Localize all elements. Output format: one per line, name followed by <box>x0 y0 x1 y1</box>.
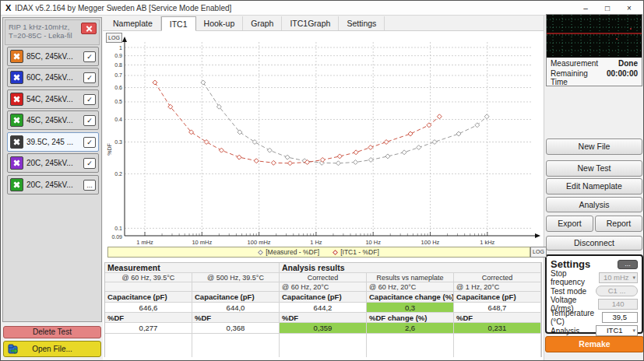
signal-monitor-display <box>547 15 642 58</box>
app-logo-icon: X <box>5 3 11 12</box>
test-color-icon <box>10 50 23 63</box>
analysis-button[interactable]: Analysis <box>546 197 642 212</box>
close-icon[interactable]: × <box>618 4 640 12</box>
cap-change-label: Capacitance change (%) <box>367 292 454 303</box>
temperature-input[interactable]: 39,5 <box>602 312 638 323</box>
empty-cell <box>280 334 367 357</box>
delete-test-button[interactable]: Delete Test <box>3 326 101 338</box>
settings-title: Settings <box>551 258 590 270</box>
new-test-button[interactable]: New Test <box>546 160 642 177</box>
df-value: 0,368 <box>192 323 280 334</box>
meas-condition-2: @ 500 Hz, 39.5°C <box>192 273 280 282</box>
maximize-icon[interactable]: □ <box>596 4 618 12</box>
test-checkbox[interactable]: ✓ <box>83 51 96 62</box>
edit-nameplate-button[interactable]: Edit Nameplate <box>546 178 642 195</box>
test-color-icon <box>10 178 23 191</box>
legend-entry-itc1: [ITC1 - %DF] <box>333 248 379 256</box>
export-button[interactable]: Export <box>546 216 593 232</box>
svg-text:0.8: 0.8 <box>114 62 122 68</box>
df-change-value: 2,6 <box>367 323 454 334</box>
test-item-label: 85C, 245kV... <box>26 52 80 61</box>
svg-text:%DF: %DF <box>107 143 112 156</box>
analysis-sub-2: @ 60 Hz, 20°C <box>367 282 454 292</box>
empty-cell <box>105 334 192 357</box>
analysis-section-title: Analysis results <box>280 263 541 273</box>
y-axis-log-toggle-button[interactable]: LOG <box>106 33 122 43</box>
test-mode-button[interactable]: C1 ... <box>596 286 638 296</box>
close-icon <box>82 23 96 33</box>
tab-settings[interactable]: Settings <box>339 16 385 30</box>
tab-hook-up[interactable]: Hook-up <box>196 16 244 30</box>
remake-button[interactable]: Remake <box>545 336 644 352</box>
svg-text:0.2: 0.2 <box>114 171 122 177</box>
tab-graph[interactable]: Graph <box>243 16 282 30</box>
report-button[interactable]: Report <box>595 216 642 232</box>
temperature-label: Temperature (°C) <box>551 309 602 326</box>
test-item-54c[interactable]: 54C, 245kV... ✓ <box>7 89 99 109</box>
svg-text:1 kHz: 1 kHz <box>480 239 494 246</box>
settings-more-button[interactable]: ... <box>618 260 638 269</box>
empty-cell <box>367 334 454 357</box>
svg-text:0.4: 0.4 <box>114 117 122 122</box>
main-area: Nameplate ITC1 Hook-up Graph ITC1Graph S… <box>103 16 544 361</box>
tab-bar: Nameplate ITC1 Hook-up Graph ITC1Graph S… <box>103 16 544 31</box>
measurement-label: Measurement <box>551 59 598 68</box>
test-item-label: 20C, 245kV... <box>26 180 80 189</box>
test-color-icon <box>10 114 23 127</box>
test-checkbox[interactable]: ✓ <box>83 137 96 148</box>
legend-label: [Measured - %DF] <box>266 248 319 256</box>
analysis-label: Analysis <box>551 327 579 335</box>
tab-nameplate[interactable]: Nameplate <box>105 16 161 30</box>
measurement-value: Done <box>618 59 638 68</box>
df-value: 0,277 <box>105 323 192 334</box>
df-label: %DF <box>280 313 367 323</box>
test-checkbox[interactable]: ... <box>83 180 96 191</box>
svg-text:100 mHz: 100 mHz <box>248 239 271 246</box>
legend-entry-measured: [Measured - %DF] <box>259 248 319 256</box>
chart-plot-area: 10.90.80.70.60.50.40.30.20.10.091 mHz10 … <box>104 31 542 247</box>
svg-text:0.1: 0.1 <box>114 226 122 231</box>
test-item-20c-b[interactable]: 20C, 245kV... ... <box>7 175 99 195</box>
test-checkbox[interactable]: ✓ <box>83 158 96 169</box>
cap-change-value: 0,3 <box>367 303 454 313</box>
analysis-kind-1: Corrected <box>280 273 367 282</box>
test-file-header: RIP 1 kHz-10mHz, T=20-85C - Leka-fil <box>5 19 100 45</box>
close-file-button[interactable] <box>81 23 97 34</box>
analysis-row: Analysis ITC1▾ <box>551 324 638 337</box>
analysis-select[interactable]: ITC1▾ <box>596 325 638 336</box>
test-item-60c[interactable]: 60C, 245kV... ✓ <box>7 68 99 87</box>
test-checkbox[interactable]: ✓ <box>83 115 96 126</box>
stop-frequency-row: Stop frequency 10 mHz▾ <box>551 272 638 284</box>
stop-frequency-select[interactable]: 10 mHz▾ <box>599 272 638 283</box>
svg-text:100 Hz: 100 Hz <box>421 239 440 246</box>
svg-text:10 Hz: 10 Hz <box>365 239 381 246</box>
measured-series-marker-icon <box>258 249 263 254</box>
test-item-20c-a[interactable]: 20C, 245kV... ✓ <box>7 153 99 173</box>
test-checkbox[interactable]: ✓ <box>83 94 96 105</box>
new-file-button[interactable]: New File <box>546 138 642 155</box>
test-item-label: 39.5C, 245 ... <box>26 138 80 146</box>
settings-panel: Settings ... Stop frequency 10 mHz▾ Test… <box>545 254 643 334</box>
test-item-39-5c[interactable]: 39.5C, 245 ... ✓ <box>7 132 99 152</box>
test-item-85c[interactable]: 85C, 245kV... ✓ <box>7 47 99 66</box>
x-axis-log-toggle-button[interactable]: LOG <box>530 247 547 258</box>
test-checkbox[interactable]: ✓ <box>83 72 96 83</box>
open-file-icon <box>8 344 19 354</box>
svg-text:1 Hz: 1 Hz <box>310 239 322 246</box>
cap-value: 644,2 <box>280 303 367 313</box>
voltage-input[interactable]: 140 <box>598 299 638 310</box>
open-file-button[interactable]: Open File... <box>3 341 101 357</box>
window-title: IDAX v5.2.164 by Megger Sweden AB [Servi… <box>15 4 231 12</box>
disconnect-button[interactable]: Disconnect <box>546 236 642 251</box>
svg-text:0.9: 0.9 <box>114 53 122 58</box>
test-item-label: 45C, 245kV... <box>26 116 80 124</box>
tab-itc1graph[interactable]: ITC1Graph <box>282 16 339 30</box>
test-item-45c[interactable]: 45C, 245kV... ✓ <box>7 110 99 130</box>
test-color-icon <box>10 71 23 84</box>
svg-text:0.7: 0.7 <box>114 72 122 78</box>
analysis-kind-2: Results vs nameplate <box>367 273 454 282</box>
cap-label: Capacitance (pF) <box>280 292 367 303</box>
open-file-label: Open File... <box>32 345 72 353</box>
tab-itc1[interactable]: ITC1 <box>161 16 196 31</box>
minimize-icon[interactable]: – <box>575 4 596 12</box>
